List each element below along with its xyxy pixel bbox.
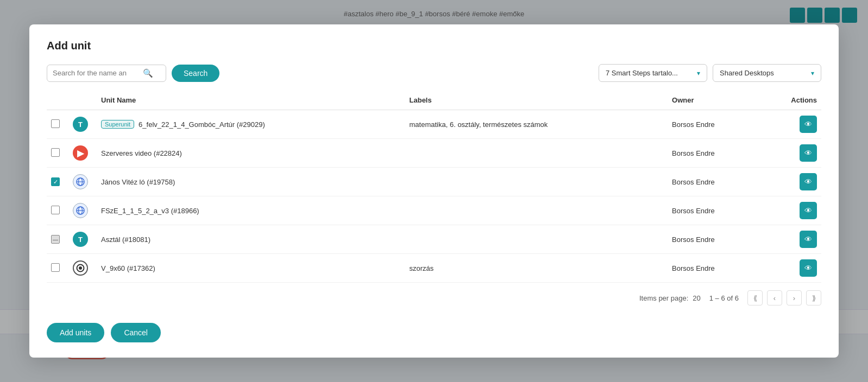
- search-icon: 🔍: [143, 68, 153, 78]
- row-3-checkbox[interactable]: [51, 177, 60, 186]
- row-2-owner: Borsos Endre: [668, 139, 759, 168]
- row-1-avatar: T: [73, 117, 88, 132]
- row-1-checkbox-cell[interactable]: [47, 110, 68, 139]
- col-unit-name: Unit Name: [97, 91, 405, 110]
- table-row: T Superunit 6_felv_22_1_4_Gombóc_Artúr (…: [47, 110, 821, 139]
- row-4-owner: Borsos Endre: [668, 196, 759, 225]
- unit-table: Unit Name Labels Owner Actions T: [47, 91, 821, 283]
- row-1-actions: 👁: [759, 110, 821, 139]
- modal-footer: Add units Cancel: [47, 323, 821, 342]
- eye-icon: 👁: [804, 206, 812, 215]
- modal-top-bar: 🔍 Search 7 Smart Steps tartalo... ▾ Shar…: [47, 64, 821, 82]
- row-6-actions: 👁: [759, 254, 821, 283]
- row-5-labels: [405, 225, 668, 254]
- svg-point-7: [79, 266, 82, 270]
- pagination-range: 1 – 6 of 6: [709, 294, 739, 302]
- row-6-checkbox[interactable]: [51, 263, 60, 272]
- filter-dropdown-1[interactable]: 7 Smart Steps tartalo... ▾: [599, 64, 707, 82]
- search-button[interactable]: Search: [172, 65, 219, 82]
- chevron-down-icon-2: ▾: [811, 69, 814, 77]
- row-4-avatar: [73, 203, 88, 218]
- row-4-checkbox-cell[interactable]: [47, 196, 68, 225]
- chevron-down-icon-1: ▾: [697, 69, 700, 77]
- filter-dropdown-2[interactable]: Shared Desktops ▾: [713, 64, 821, 82]
- row-5-name-cell: Asztál (#18081): [97, 225, 405, 254]
- items-per-page-value: 20: [693, 294, 700, 302]
- row-1-view-button[interactable]: 👁: [800, 116, 817, 133]
- filter-area: 7 Smart Steps tartalo... ▾ Shared Deskto…: [599, 64, 821, 82]
- row-6-owner: Borsos Endre: [668, 254, 759, 283]
- row-1-name-wrap: Superunit 6_felv_22_1_4_Gombóc_Artúr (#2…: [101, 120, 401, 129]
- row-6-checkbox-cell[interactable]: [47, 254, 68, 283]
- row-3-checkbox-cell[interactable]: [47, 168, 68, 196]
- eye-icon: 👁: [804, 177, 812, 186]
- add-unit-modal: Add unit 🔍 Search 7 Smart Steps tartalo.…: [29, 24, 839, 358]
- superunit-badge: Superunit: [101, 120, 134, 129]
- row-5-checkbox[interactable]: [51, 235, 60, 244]
- row-4-avatar-cell: [68, 196, 97, 225]
- last-page-button[interactable]: ⟫: [806, 290, 821, 305]
- add-units-button[interactable]: Add units: [47, 323, 104, 342]
- cancel-button[interactable]: Cancel: [111, 323, 161, 342]
- row-2-name-cell: Szerveres video (#22824): [97, 139, 405, 168]
- row-3-name: János Vitéz ló (#19758): [101, 178, 175, 186]
- row-2-labels: [405, 139, 668, 168]
- row-5-owner: Borsos Endre: [668, 225, 759, 254]
- row-4-name-cell: FSzE_1_1_5_2_a_v3 (#18966): [97, 196, 405, 225]
- row-3-view-button[interactable]: 👁: [800, 173, 817, 190]
- table-row: János Vitéz ló (#19758) Borsos Endre 👁: [47, 168, 821, 196]
- prev-page-button[interactable]: ‹: [767, 290, 782, 305]
- row-1-owner: Borsos Endre: [668, 110, 759, 139]
- row-6-name-cell: V_9x60 (#17362): [97, 254, 405, 283]
- col-owner: Owner: [668, 91, 759, 110]
- row-3-labels: [405, 168, 668, 196]
- col-labels: Labels: [405, 91, 668, 110]
- first-page-button[interactable]: ⟪: [747, 290, 763, 305]
- eye-icon: 👁: [804, 264, 812, 272]
- row-4-labels: [405, 196, 668, 225]
- next-page-button[interactable]: ›: [787, 290, 802, 305]
- row-6-labels: szorzás: [405, 254, 668, 283]
- search-input-wrap[interactable]: 🔍: [47, 65, 166, 82]
- row-5-checkbox-cell[interactable]: [47, 225, 68, 254]
- row-1-name: 6_felv_22_1_4_Gombóc_Artúr (#29029): [139, 120, 265, 129]
- row-2-checkbox-cell[interactable]: [47, 139, 68, 168]
- table-header-row: Unit Name Labels Owner Actions: [47, 91, 821, 110]
- row-6-avatar-cell: [68, 254, 97, 283]
- row-6-view-button[interactable]: 👁: [800, 259, 817, 277]
- row-3-avatar: [73, 174, 88, 189]
- row-3-name-cell: János Vitéz ló (#19758): [97, 168, 405, 196]
- table-row: FSzE_1_1_5_2_a_v3 (#18966) Borsos Endre …: [47, 196, 821, 225]
- row-5-actions: 👁: [759, 225, 821, 254]
- table-row: T Asztál (#18081) Borsos Endre 👁: [47, 225, 821, 254]
- row-4-actions: 👁: [759, 196, 821, 225]
- row-2-avatar: ▶: [73, 145, 88, 161]
- eye-icon: 👁: [804, 120, 812, 129]
- row-5-avatar-cell: T: [68, 225, 97, 254]
- row-4-name: FSzE_1_1_5_2_a_v3 (#18966): [101, 207, 199, 215]
- row-2-checkbox[interactable]: [51, 148, 60, 157]
- row-4-checkbox[interactable]: [51, 206, 60, 214]
- search-input[interactable]: [53, 69, 140, 77]
- row-5-name: Asztál (#18081): [101, 235, 150, 244]
- modal-title: Add unit: [47, 40, 821, 52]
- filter-1-label: 7 Smart Steps tartalo...: [606, 69, 678, 77]
- row-2-view-button[interactable]: 👁: [800, 144, 817, 162]
- table-row: V_9x60 (#17362) szorzás Borsos Endre 👁: [47, 254, 821, 283]
- col-actions: Actions: [759, 91, 821, 110]
- row-3-owner: Borsos Endre: [668, 168, 759, 196]
- table-row: ▶ Szerveres video (#22824) Borsos Endre …: [47, 139, 821, 168]
- col-checkbox: [47, 91, 68, 110]
- filter-2-label: Shared Desktops: [720, 69, 774, 77]
- row-1-avatar-cell: T: [68, 110, 97, 139]
- col-icon: [68, 91, 97, 110]
- eye-icon: 👁: [804, 235, 812, 244]
- search-area: 🔍 Search: [47, 65, 219, 82]
- row-2-avatar-cell: ▶: [68, 139, 97, 168]
- row-1-checkbox[interactable]: [51, 119, 60, 128]
- row-5-view-button[interactable]: 👁: [800, 231, 817, 248]
- modal-overlay: Add unit 🔍 Search 7 Smart Steps tartalo.…: [0, 0, 868, 382]
- row-2-name: Szerveres video (#22824): [101, 149, 182, 157]
- row-4-view-button[interactable]: 👁: [800, 202, 817, 219]
- row-3-actions: 👁: [759, 168, 821, 196]
